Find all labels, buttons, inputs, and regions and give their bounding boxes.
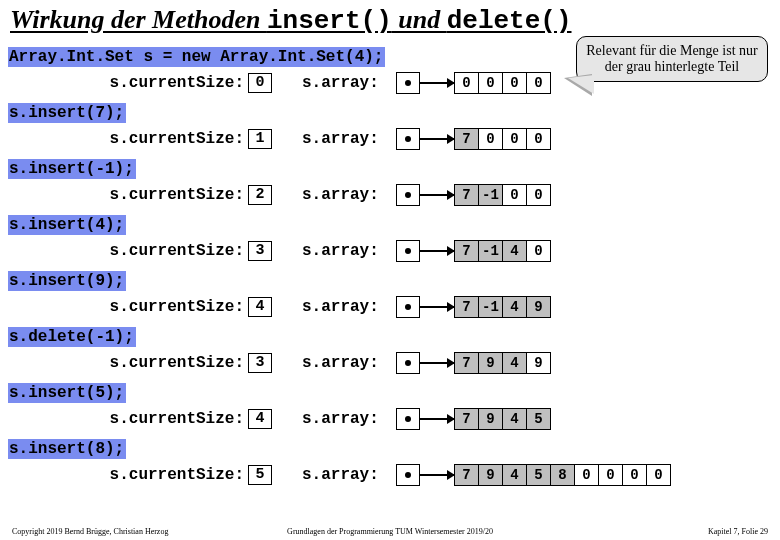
current-size-label: s.currentSize: [8, 410, 248, 428]
state-row: s.currentSize:2s.array:7-100 [8, 182, 772, 208]
slide-title: Wirkung der Methoden insert() und delete… [0, 0, 780, 38]
pointer-box [396, 240, 420, 262]
command-row: s.insert(7); [8, 100, 772, 126]
array-cells: 7945 [454, 408, 551, 430]
command-text: s.insert(5); [8, 384, 126, 402]
pointer-arrow [420, 362, 454, 364]
array-cell: 0 [623, 464, 647, 486]
array-cells: 7949 [454, 352, 551, 374]
callout-box: Relevant für die Menge ist nur der grau … [576, 36, 768, 82]
array-cells: 0000 [454, 72, 551, 94]
pointer-arrow [420, 82, 454, 84]
array-cell: 0 [527, 184, 551, 206]
array-cell: 4 [503, 296, 527, 318]
step: s.insert(5);s.currentSize:4s.array:7945 [8, 380, 772, 432]
step: s.insert(9);s.currentSize:4s.array:7-149 [8, 268, 772, 320]
pointer-arrow [420, 306, 454, 308]
array-cell: 5 [527, 464, 551, 486]
pointer-dot [405, 304, 411, 310]
pointer-dot [405, 80, 411, 86]
current-size-value: 4 [248, 297, 272, 317]
array-cell: 4 [503, 408, 527, 430]
array-cell: 9 [479, 464, 503, 486]
array-label: s.array: [302, 74, 392, 92]
init-command: Array.Int.Set s = new Array.Int.Set(4); [8, 48, 385, 66]
title-code-insert: insert() [267, 6, 392, 36]
command-text: s.insert(9); [8, 272, 126, 290]
array-cell: 0 [527, 240, 551, 262]
array-cell: 8 [551, 464, 575, 486]
array-label: s.array: [302, 410, 392, 428]
array-label: s.array: [302, 354, 392, 372]
command-text: s.delete(-1); [8, 328, 136, 346]
footer-mid: Grundlagen der Programmierung TUM Winter… [287, 527, 493, 536]
pointer-box [396, 296, 420, 318]
array-cell: 7 [454, 128, 479, 150]
current-size-value: 2 [248, 185, 272, 205]
current-size-value: 4 [248, 409, 272, 429]
array-cell: 9 [527, 296, 551, 318]
steps-container: s.currentSize:0s.array:0000s.insert(7);s… [8, 70, 772, 488]
array-cell: 0 [479, 128, 503, 150]
array-cell: 7 [454, 184, 479, 206]
state-row: s.currentSize:1s.array:7000 [8, 126, 772, 152]
array-cells: 7000 [454, 128, 551, 150]
step: s.insert(4);s.currentSize:3s.array:7-140 [8, 212, 772, 264]
array-cell: 5 [527, 408, 551, 430]
current-size-label: s.currentSize: [8, 186, 248, 204]
array-cell: 0 [575, 464, 599, 486]
state-row: s.currentSize:4s.array:7-149 [8, 294, 772, 320]
pointer-dot [405, 192, 411, 198]
title-mid: und [392, 5, 447, 34]
array-cell: -1 [479, 240, 503, 262]
current-size-value: 5 [248, 465, 272, 485]
current-size-label: s.currentSize: [8, 130, 248, 148]
pointer-dot [405, 472, 411, 478]
command-row: s.insert(-1); [8, 156, 772, 182]
content-area: Array.Int.Set s = new Array.Int.Set(4); … [0, 38, 780, 488]
array-cell: 9 [479, 352, 503, 374]
current-size-label: s.currentSize: [8, 298, 248, 316]
array-label: s.array: [302, 242, 392, 260]
pointer-box [396, 352, 420, 374]
pointer-dot [405, 136, 411, 142]
array-cell: 4 [503, 352, 527, 374]
current-size-value: 1 [248, 129, 272, 149]
step: s.insert(7);s.currentSize:1s.array:7000 [8, 100, 772, 152]
step: s.insert(8);s.currentSize:5s.array:79458… [8, 436, 772, 488]
command-row: s.insert(8); [8, 436, 772, 462]
array-cell: 4 [503, 240, 527, 262]
array-cells: 7-140 [454, 240, 551, 262]
array-label: s.array: [302, 130, 392, 148]
title-code-delete: delete() [447, 6, 572, 36]
current-size-label: s.currentSize: [8, 354, 248, 372]
command-row: s.insert(9); [8, 268, 772, 294]
array-cell: 0 [503, 128, 527, 150]
array-cells: 7-149 [454, 296, 551, 318]
array-cell: -1 [479, 184, 503, 206]
current-size-label: s.currentSize: [8, 466, 248, 484]
array-cell: 7 [454, 296, 479, 318]
command-text: s.insert(8); [8, 440, 126, 458]
command-row: s.insert(5); [8, 380, 772, 406]
command-text: s.insert(4); [8, 216, 126, 234]
array-cell: 0 [454, 72, 479, 94]
callout-text: Relevant für die Menge ist nur der grau … [586, 43, 757, 74]
command-text: s.insert(7); [8, 104, 126, 122]
array-label: s.array: [302, 298, 392, 316]
array-cell: 9 [527, 352, 551, 374]
command-row: s.delete(-1); [8, 324, 772, 350]
title-pre: Wirkung der Methoden [10, 5, 267, 34]
array-cell: -1 [479, 296, 503, 318]
pointer-box [396, 72, 420, 94]
state-row: s.currentSize:4s.array:7945 [8, 406, 772, 432]
array-cell: 0 [527, 128, 551, 150]
pointer-arrow [420, 418, 454, 420]
array-cell: 0 [647, 464, 671, 486]
pointer-box [396, 408, 420, 430]
array-cell: 7 [454, 464, 479, 486]
footer: Copyright 2019 Bernd Brügge, Christian H… [0, 527, 780, 536]
array-label: s.array: [302, 186, 392, 204]
array-cells: 7-100 [454, 184, 551, 206]
pointer-arrow [420, 474, 454, 476]
